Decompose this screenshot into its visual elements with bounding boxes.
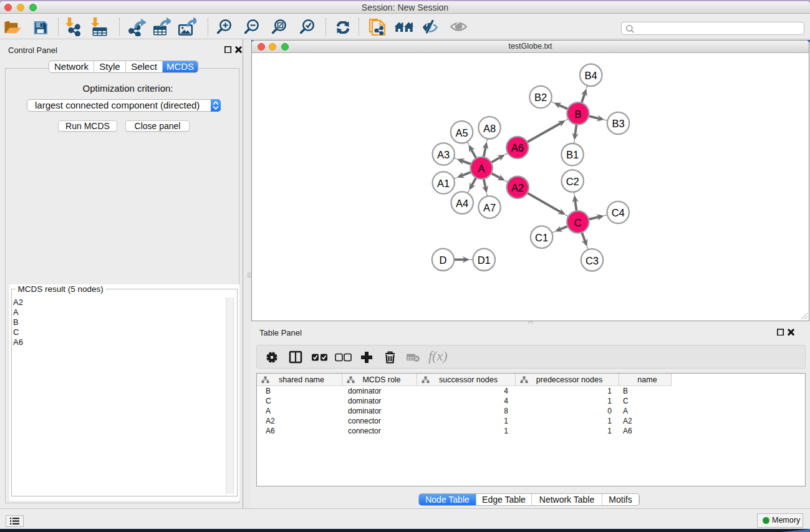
svg-text:C4: C4 <box>612 207 625 218</box>
svg-text:A5: A5 <box>455 127 468 138</box>
svg-text:B2: B2 <box>534 92 547 103</box>
svg-text:B1: B1 <box>566 149 579 160</box>
svg-text:A3: A3 <box>437 149 450 160</box>
svg-text:A7: A7 <box>483 202 496 213</box>
svg-text:A1: A1 <box>437 178 450 189</box>
svg-text:A: A <box>478 163 485 174</box>
svg-text:A8: A8 <box>483 123 496 134</box>
svg-text:B: B <box>574 109 581 120</box>
svg-text:C1: C1 <box>535 232 548 243</box>
svg-text:D: D <box>440 254 447 266</box>
svg-text:C3: C3 <box>586 255 599 266</box>
svg-text:A4: A4 <box>456 198 468 209</box>
svg-text:C: C <box>574 217 582 228</box>
svg-text:A2: A2 <box>511 182 524 193</box>
svg-text:D1: D1 <box>478 254 491 266</box>
svg-text:B3: B3 <box>612 118 624 129</box>
svg-text:B4: B4 <box>585 70 597 81</box>
svg-text:A6: A6 <box>511 142 524 153</box>
svg-text:C2: C2 <box>566 176 579 187</box>
